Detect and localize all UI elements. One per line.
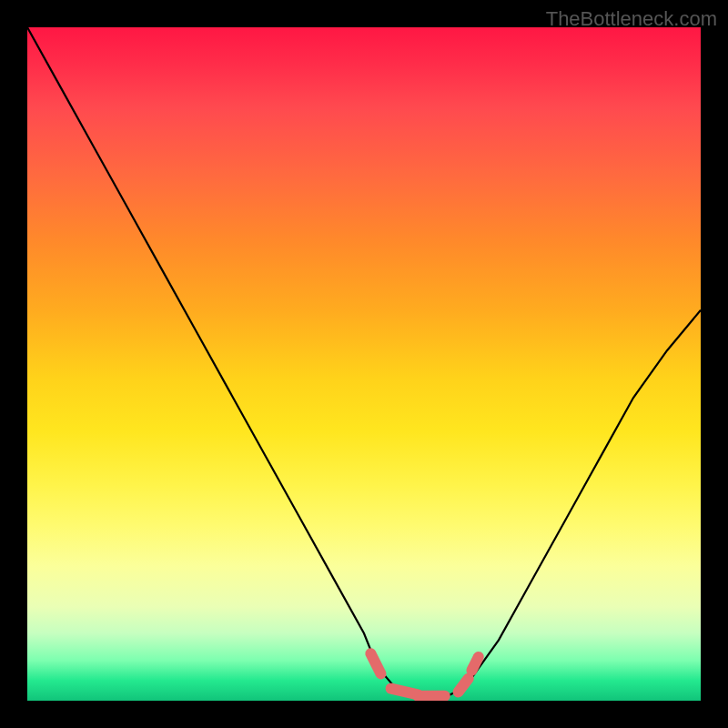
highlight-segment [459, 679, 469, 693]
chart-canvas: TheBottleneck.com [0, 0, 728, 728]
highlight-segment [471, 657, 478, 671]
curve-overlay [27, 27, 701, 701]
plot-area [27, 27, 701, 701]
highlight-segment [370, 653, 380, 673]
bottleneck-curve [27, 27, 701, 697]
highlight-segments [370, 653, 478, 696]
watermark-text: TheBottleneck.com [546, 7, 717, 31]
